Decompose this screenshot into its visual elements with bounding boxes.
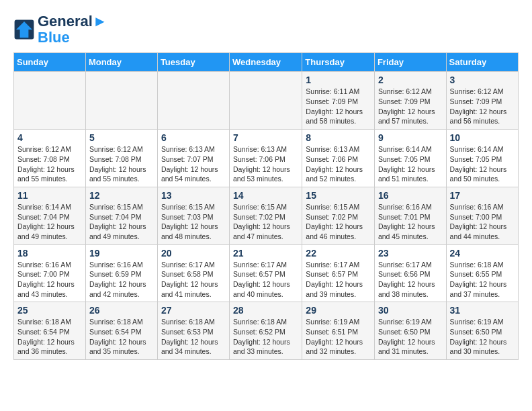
calendar-day-cell bbox=[14, 72, 86, 130]
day-info: Sunrise: 6:19 AMSunset: 6:50 PMDaylight:… bbox=[378, 317, 443, 357]
day-info: Sunrise: 6:12 AMSunset: 7:08 PMDaylight:… bbox=[89, 144, 154, 184]
calendar-day-cell: 26Sunrise: 6:18 AMSunset: 6:54 PMDayligh… bbox=[85, 302, 157, 360]
day-number: 6 bbox=[161, 132, 226, 143]
day-info: Sunrise: 6:16 AMSunset: 6:59 PMDaylight:… bbox=[89, 260, 154, 300]
day-info: Sunrise: 6:18 AMSunset: 6:53 PMDaylight:… bbox=[161, 317, 226, 357]
day-info: Sunrise: 6:19 AMSunset: 6:50 PMDaylight:… bbox=[450, 317, 515, 357]
calendar-day-cell: 16Sunrise: 6:16 AMSunset: 7:01 PMDayligh… bbox=[374, 187, 446, 244]
calendar-day-cell: 2Sunrise: 6:12 AMSunset: 7:09 PMDaylight… bbox=[374, 72, 446, 130]
weekday-header: Monday bbox=[85, 53, 157, 72]
day-info: Sunrise: 6:17 AMSunset: 6:56 PMDaylight:… bbox=[378, 260, 443, 300]
day-number: 22 bbox=[306, 248, 371, 259]
calendar-week-row: 11Sunrise: 6:14 AMSunset: 7:04 PMDayligh… bbox=[14, 187, 519, 244]
calendar-day-cell: 17Sunrise: 6:16 AMSunset: 7:00 PMDayligh… bbox=[446, 187, 518, 244]
calendar-day-cell: 23Sunrise: 6:17 AMSunset: 6:56 PMDayligh… bbox=[374, 244, 446, 302]
calendar-day-cell: 6Sunrise: 6:13 AMSunset: 7:07 PMDaylight… bbox=[157, 130, 229, 187]
weekday-header: Tuesday bbox=[157, 53, 229, 72]
calendar-day-cell: 7Sunrise: 6:13 AMSunset: 7:06 PMDaylight… bbox=[230, 130, 302, 187]
day-number: 14 bbox=[233, 190, 298, 201]
weekday-header: Wednesday bbox=[230, 53, 302, 72]
day-number: 28 bbox=[233, 305, 298, 316]
calendar-day-cell: 12Sunrise: 6:15 AMSunset: 7:04 PMDayligh… bbox=[85, 187, 157, 244]
logo: General► Blue bbox=[13, 13, 107, 46]
calendar-day-cell: 28Sunrise: 6:18 AMSunset: 6:52 PMDayligh… bbox=[230, 302, 302, 360]
calendar-day-cell: 25Sunrise: 6:18 AMSunset: 6:54 PMDayligh… bbox=[14, 302, 86, 360]
calendar-week-row: 4Sunrise: 6:12 AMSunset: 7:08 PMDaylight… bbox=[14, 130, 519, 187]
day-number: 7 bbox=[233, 132, 298, 143]
day-info: Sunrise: 6:12 AMSunset: 7:08 PMDaylight:… bbox=[17, 144, 82, 184]
day-number: 11 bbox=[17, 190, 82, 201]
day-info: Sunrise: 6:13 AMSunset: 7:06 PMDaylight:… bbox=[306, 144, 371, 184]
day-info: Sunrise: 6:15 AMSunset: 7:04 PMDaylight:… bbox=[89, 202, 154, 242]
day-number: 10 bbox=[450, 132, 515, 143]
calendar-day-cell: 19Sunrise: 6:16 AMSunset: 6:59 PMDayligh… bbox=[85, 244, 157, 302]
day-info: Sunrise: 6:14 AMSunset: 7:05 PMDaylight:… bbox=[450, 144, 515, 184]
day-info: Sunrise: 6:12 AMSunset: 7:09 PMDaylight:… bbox=[378, 87, 443, 126]
calendar-day-cell: 20Sunrise: 6:17 AMSunset: 6:58 PMDayligh… bbox=[157, 244, 229, 302]
calendar-day-cell bbox=[157, 72, 229, 130]
day-info: Sunrise: 6:18 AMSunset: 6:55 PMDaylight:… bbox=[450, 260, 515, 300]
calendar-day-cell: 10Sunrise: 6:14 AMSunset: 7:05 PMDayligh… bbox=[446, 130, 518, 187]
calendar-day-cell: 9Sunrise: 6:14 AMSunset: 7:05 PMDaylight… bbox=[374, 130, 446, 187]
day-number: 23 bbox=[378, 248, 443, 259]
day-number: 27 bbox=[161, 305, 226, 316]
calendar-day-cell: 30Sunrise: 6:19 AMSunset: 6:50 PMDayligh… bbox=[374, 302, 446, 360]
calendar-week-row: 25Sunrise: 6:18 AMSunset: 6:54 PMDayligh… bbox=[14, 302, 519, 360]
calendar-day-cell: 14Sunrise: 6:15 AMSunset: 7:02 PMDayligh… bbox=[230, 187, 302, 244]
day-number: 8 bbox=[306, 132, 371, 143]
calendar-day-cell: 31Sunrise: 6:19 AMSunset: 6:50 PMDayligh… bbox=[446, 302, 518, 360]
logo-icon bbox=[13, 19, 35, 40]
day-number: 17 bbox=[450, 190, 515, 201]
weekday-header: Thursday bbox=[302, 53, 375, 72]
day-number: 31 bbox=[450, 305, 515, 316]
calendar-day-cell: 22Sunrise: 6:17 AMSunset: 6:57 PMDayligh… bbox=[302, 244, 375, 302]
calendar-day-cell: 24Sunrise: 6:18 AMSunset: 6:55 PMDayligh… bbox=[446, 244, 518, 302]
calendar-day-cell: 3Sunrise: 6:12 AMSunset: 7:09 PMDaylight… bbox=[446, 72, 518, 130]
day-info: Sunrise: 6:12 AMSunset: 7:09 PMDaylight:… bbox=[450, 87, 515, 126]
day-number: 26 bbox=[89, 305, 154, 316]
day-info: Sunrise: 6:15 AMSunset: 7:02 PMDaylight:… bbox=[306, 202, 371, 242]
day-number: 19 bbox=[89, 248, 154, 259]
day-info: Sunrise: 6:15 AMSunset: 7:03 PMDaylight:… bbox=[161, 202, 226, 242]
calendar-day-cell: 4Sunrise: 6:12 AMSunset: 7:08 PMDaylight… bbox=[14, 130, 86, 187]
day-number: 5 bbox=[89, 132, 154, 143]
calendar-week-row: 1Sunrise: 6:11 AMSunset: 7:09 PMDaylight… bbox=[14, 72, 519, 130]
weekday-header: Sunday bbox=[14, 53, 86, 72]
day-number: 9 bbox=[378, 132, 443, 143]
day-info: Sunrise: 6:18 AMSunset: 6:52 PMDaylight:… bbox=[233, 317, 298, 357]
day-info: Sunrise: 6:16 AMSunset: 7:01 PMDaylight:… bbox=[378, 202, 443, 242]
calendar-day-cell: 15Sunrise: 6:15 AMSunset: 7:02 PMDayligh… bbox=[302, 187, 375, 244]
calendar-day-cell: 21Sunrise: 6:17 AMSunset: 6:57 PMDayligh… bbox=[230, 244, 302, 302]
day-info: Sunrise: 6:16 AMSunset: 7:00 PMDaylight:… bbox=[17, 260, 82, 300]
weekday-header: Saturday bbox=[446, 53, 518, 72]
day-number: 4 bbox=[17, 132, 82, 143]
day-number: 2 bbox=[378, 75, 443, 85]
day-info: Sunrise: 6:13 AMSunset: 7:07 PMDaylight:… bbox=[161, 144, 226, 184]
calendar-day-cell: 29Sunrise: 6:19 AMSunset: 6:51 PMDayligh… bbox=[302, 302, 375, 360]
day-info: Sunrise: 6:14 AMSunset: 7:05 PMDaylight:… bbox=[378, 144, 443, 184]
day-number: 29 bbox=[306, 305, 371, 316]
day-info: Sunrise: 6:17 AMSunset: 6:57 PMDaylight:… bbox=[306, 260, 371, 300]
day-info: Sunrise: 6:16 AMSunset: 7:00 PMDaylight:… bbox=[450, 202, 515, 242]
day-info: Sunrise: 6:15 AMSunset: 7:02 PMDaylight:… bbox=[233, 202, 298, 242]
day-number: 30 bbox=[378, 305, 443, 316]
calendar-day-cell bbox=[230, 72, 302, 130]
day-number: 21 bbox=[233, 248, 298, 259]
weekday-header: Friday bbox=[374, 53, 446, 72]
calendar-day-cell: 1Sunrise: 6:11 AMSunset: 7:09 PMDaylight… bbox=[302, 72, 375, 130]
logo-text: General► Blue bbox=[38, 13, 107, 46]
calendar-day-cell: 5Sunrise: 6:12 AMSunset: 7:08 PMDaylight… bbox=[85, 130, 157, 187]
calendar-day-cell: 11Sunrise: 6:14 AMSunset: 7:04 PMDayligh… bbox=[14, 187, 86, 244]
day-number: 24 bbox=[450, 248, 515, 259]
calendar-day-cell: 18Sunrise: 6:16 AMSunset: 7:00 PMDayligh… bbox=[14, 244, 86, 302]
page-header: General► Blue bbox=[13, 13, 519, 46]
day-info: Sunrise: 6:19 AMSunset: 6:51 PMDaylight:… bbox=[306, 317, 371, 357]
day-info: Sunrise: 6:14 AMSunset: 7:04 PMDaylight:… bbox=[17, 202, 82, 242]
day-number: 16 bbox=[378, 190, 443, 201]
day-number: 18 bbox=[17, 248, 82, 259]
calendar-day-cell: 8Sunrise: 6:13 AMSunset: 7:06 PMDaylight… bbox=[302, 130, 375, 187]
day-info: Sunrise: 6:17 AMSunset: 6:57 PMDaylight:… bbox=[233, 260, 298, 300]
day-info: Sunrise: 6:11 AMSunset: 7:09 PMDaylight:… bbox=[306, 87, 371, 126]
day-number: 25 bbox=[17, 305, 82, 316]
calendar-day-cell bbox=[85, 72, 157, 130]
